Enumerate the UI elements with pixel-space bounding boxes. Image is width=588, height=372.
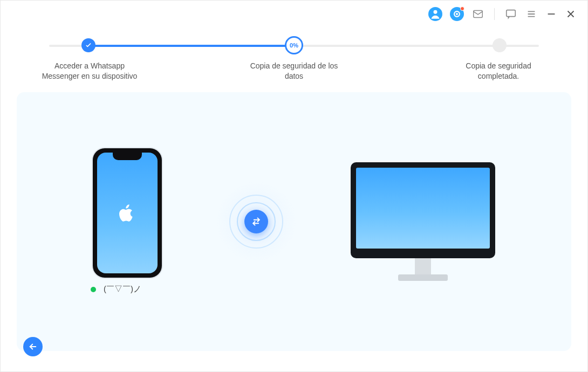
transfer-icon [244,210,268,233]
transfer-panel: (￣▽￣)ノ [17,92,571,351]
transfer-indicator [216,181,297,262]
device-name: (￣▽￣)ノ [104,284,141,294]
stepper: 0% Acceder a Whatsapp Messenger en su di… [1,27,587,81]
menu-icon[interactable] [525,8,538,20]
minimize-button[interactable] [545,8,557,20]
step-1-node [81,38,95,52]
svg-rect-4 [507,10,516,17]
monitor-illustration [351,162,495,258]
step-3-node [493,38,507,52]
device-online-dot-icon [91,287,96,292]
titlebar-separator [494,8,495,20]
notification-dot-icon [460,6,464,11]
cloud-sync-icon[interactable] [450,7,464,21]
svg-point-2 [456,13,458,15]
feedback-icon[interactable] [504,8,517,20]
step-2-percent: 0% [290,42,298,49]
mail-icon[interactable] [471,8,484,20]
step-2-label: Copia de seguridad de los datos [232,61,356,81]
device-status: (￣▽￣)ノ [91,284,141,294]
apple-logo-icon [119,203,135,223]
step-2-node: 0% [285,38,303,54]
close-button[interactable] [565,8,577,20]
stepper-track-fill [88,45,294,47]
svg-rect-3 [474,11,483,18]
svg-point-0 [434,10,437,14]
titlebar [1,1,587,27]
phone-illustration [93,148,162,278]
step-3-label: Copia de seguridad completada. [436,61,560,81]
account-icon[interactable] [428,7,442,21]
source-device: (￣▽￣)ノ [93,148,162,294]
back-button[interactable] [23,337,43,356]
step-1-label: Acceder a Whatsapp Messenger en su dispo… [28,61,152,81]
target-device [351,162,495,281]
